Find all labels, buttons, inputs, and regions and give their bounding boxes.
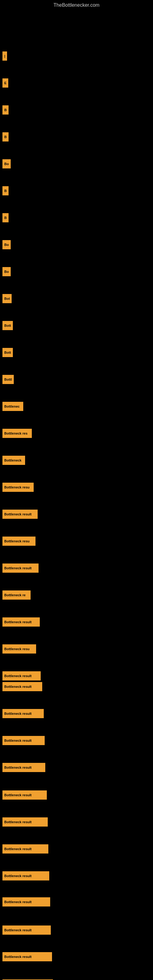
bar-row: Bottleneck re	[0, 584, 153, 609]
bar-label: Bottleneck result	[2, 563, 38, 573]
bar-label: Bottleneck resu	[2, 644, 36, 654]
bar-label: Bottl	[2, 375, 14, 384]
bar-row: B	[0, 126, 153, 151]
bar-row: Bottleneck result	[0, 557, 153, 582]
bar-label: Bottleneck result	[2, 709, 44, 718]
bar-row: Bo	[0, 153, 153, 178]
bar-row: Bottleneck res	[0, 423, 153, 447]
bar-row: Bott	[0, 315, 153, 339]
bar-row: Bottleneck result	[0, 730, 153, 754]
bar-row: Bottleneck result	[0, 891, 153, 916]
bar-label: Bottleneck result	[2, 736, 45, 745]
bar-label: Bottleneck result	[2, 818, 48, 827]
bar-row: Bottleneck resu	[0, 530, 153, 555]
bar-row	[0, 18, 153, 43]
bar-label: Bottleneck re	[2, 590, 30, 600]
bar-label: B	[2, 132, 9, 142]
bar-label: Bottleneck result	[2, 510, 38, 519]
bar-label: E	[2, 78, 8, 88]
bar-label: Bottleneck result	[2, 617, 40, 627]
bar-row: Bo	[0, 261, 153, 285]
bar-label: Bo	[2, 159, 11, 169]
bar-row: Bottleneck	[0, 450, 153, 474]
bar-label: B	[2, 186, 9, 196]
bar-label: Bo	[2, 240, 11, 249]
bar-label: Bot	[2, 294, 12, 303]
bar-row: Bottleneck result	[0, 676, 153, 700]
bar-label: Bottleneck resu	[2, 536, 35, 546]
bar-label: B	[2, 213, 9, 222]
bar-label: Bottleneck result	[2, 897, 50, 907]
bar-row: Bottlenec	[0, 396, 153, 420]
bar-row: B	[0, 180, 153, 205]
bar-row: Bott	[0, 342, 153, 366]
site-title: TheBottlenecker.com	[0, 0, 153, 10]
bar-row: B	[0, 207, 153, 232]
bar-row: Bot	[0, 288, 153, 312]
bar-row: E	[0, 72, 153, 97]
bar-label: Bottleneck res	[2, 429, 32, 438]
bar-label: Bottleneck result	[2, 791, 47, 800]
bar-label: Bottleneck result	[2, 763, 45, 772]
bar-label: B	[2, 105, 9, 115]
bar-label: Bottleneck result	[2, 926, 51, 935]
bar-row: Bottleneck resu	[0, 477, 153, 501]
bar-row: Bottl	[0, 369, 153, 393]
bar-row: Bottleneck resu	[0, 638, 153, 663]
bar-label: Bottlenec	[2, 402, 23, 411]
bar-row: Bottleneck result	[0, 946, 153, 970]
bar-row: Bottleneck result	[0, 973, 153, 980]
bar-label: Bott	[2, 321, 13, 330]
bar-label: Bottleneck result	[2, 871, 49, 880]
bar-row: |	[0, 45, 153, 70]
bar-label: Bottleneck resu	[2, 483, 33, 492]
bar-label: Bottleneck result	[2, 952, 52, 961]
bar-label: Bo	[2, 267, 11, 276]
bar-row: Bottleneck result	[0, 784, 153, 809]
bar-row: Bottleneck result	[0, 838, 153, 863]
bar-label: Bottleneck result	[2, 844, 48, 854]
bar-label: Bott	[2, 348, 13, 357]
bar-row: Bottleneck result	[0, 757, 153, 781]
bar-row: Bottleneck result	[0, 865, 153, 890]
bar-row: Bottleneck result	[0, 920, 153, 944]
bar-label: |	[2, 51, 7, 60]
bar-row: B	[0, 99, 153, 124]
bar-label: Bottleneck result	[2, 682, 42, 691]
bar-row: Bo	[0, 234, 153, 258]
bar-label: Bottleneck	[2, 456, 25, 465]
bar-row: Bottleneck result	[0, 611, 153, 636]
bar-row: Bottleneck result	[0, 811, 153, 836]
bar-row: Bottleneck result	[0, 503, 153, 528]
bar-row: Bottleneck result	[0, 703, 153, 727]
